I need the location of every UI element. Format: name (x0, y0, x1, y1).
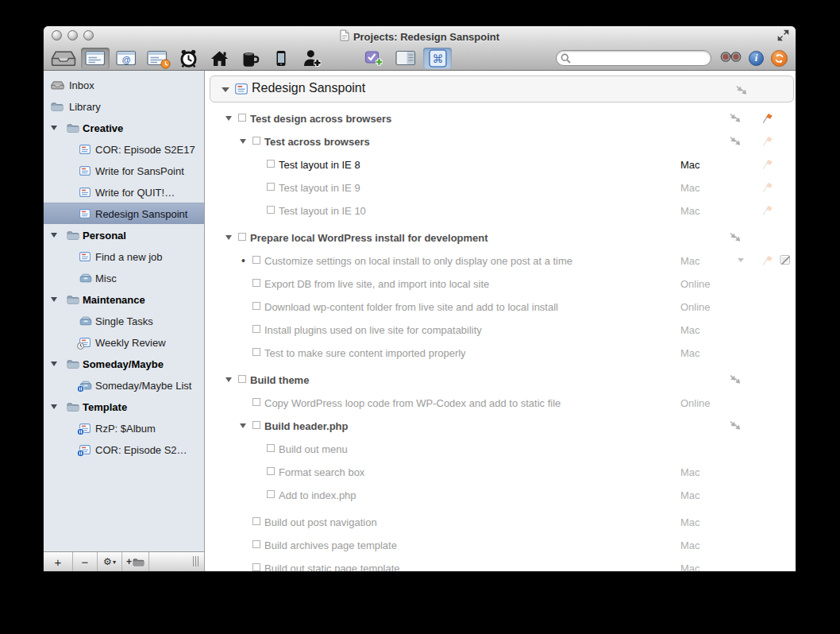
task-row[interactable]: Build out static page templateMac (205, 556, 796, 571)
perspectives-binoculars-button[interactable] (720, 51, 742, 66)
disclosure-triangle-icon[interactable] (51, 297, 57, 302)
task-checkbox[interactable] (267, 490, 275, 498)
inbox-tray-button[interactable] (48, 48, 79, 69)
disclosure-triangle-icon[interactable] (225, 116, 232, 121)
task-checkbox[interactable] (252, 421, 260, 429)
disclosure-triangle-icon[interactable] (222, 87, 229, 92)
disclosure-triangle-icon[interactable] (225, 235, 232, 240)
task-checkbox[interactable] (252, 563, 260, 571)
sidebar-item-maintenance[interactable]: Maintenance (44, 288, 204, 310)
alarm-clock-button[interactable] (174, 48, 202, 69)
task-checkbox[interactable] (252, 302, 260, 310)
task-checkbox[interactable] (252, 279, 260, 287)
task-row[interactable]: Prepare local WordPress install for deve… (205, 226, 796, 249)
task-row[interactable]: Download wp-content folder from live sit… (205, 295, 796, 318)
disclosure-triangle-icon[interactable] (51, 126, 57, 130)
task-row[interactable]: Test layout in IE 9Mac (205, 176, 796, 199)
task-checkbox[interactable] (267, 467, 275, 475)
task-row[interactable]: Copy WordPress loop code from WP-Codex a… (205, 391, 796, 414)
task-checkbox[interactable] (267, 160, 275, 168)
task-checkbox[interactable] (252, 398, 260, 406)
task-row[interactable]: Build out post navigationMac (205, 510, 796, 533)
info-button[interactable]: i (749, 51, 764, 66)
sidebar-item-redesign-sanspoint[interactable]: Redesign Sanspoint (44, 203, 204, 224)
sidebar-item-inbox[interactable]: Inbox (44, 74, 204, 95)
sidebar-item-rzp-album[interactable]: RzP: $Album (44, 417, 204, 439)
task-checkbox[interactable] (267, 206, 275, 214)
add-item-button[interactable]: + (44, 552, 73, 571)
shortcut-grid-button[interactable]: ⌘ (423, 48, 452, 69)
task-checkbox[interactable] (252, 517, 260, 525)
sidebar-item-cor-episode-s2[interactable]: COR: Episode S2… (44, 439, 204, 460)
sidebar-item-single-tasks[interactable]: Single Tasks (44, 310, 204, 331)
add-folder-button[interactable]: + (122, 552, 149, 571)
home-button[interactable] (205, 48, 233, 69)
sidebar-item-write-for-sanspoint[interactable]: Write for SansPoint (44, 160, 204, 181)
task-row[interactable]: Build archives page templateMac (205, 533, 796, 556)
sidebar-item-misc[interactable]: Misc (44, 267, 204, 288)
task-row[interactable]: Build theme (205, 368, 796, 391)
person-add-button[interactable] (298, 48, 326, 69)
task-checkbox[interactable] (267, 444, 275, 452)
sidebar-resize-grip[interactable] (193, 556, 198, 566)
fullscreen-button[interactable] (777, 29, 790, 42)
task-row[interactable]: Test layout in IE 8Mac (205, 153, 796, 176)
flag-icon[interactable] (761, 112, 773, 124)
sidebar-item-someday-maybe-list[interactable]: Someday/Maybe List (44, 374, 204, 396)
task-checkbox[interactable] (252, 256, 260, 264)
contexts-button[interactable]: @ (112, 48, 141, 69)
sidebar-item-weekly-review[interactable]: Weekly Review (44, 331, 204, 353)
task-checkbox[interactable] (238, 114, 246, 122)
task-checkbox[interactable] (252, 325, 260, 333)
inspector-button[interactable] (391, 48, 420, 69)
sidebar-item-cor-episode-s2e17[interactable]: COR: Episode S2E17 (44, 138, 204, 160)
task-row[interactable]: Add to index.phpMac (205, 483, 796, 506)
task-row[interactable]: Test design across browsers (205, 106, 796, 130)
disclosure-triangle-icon[interactable] (51, 361, 57, 366)
sidebar-item-library[interactable]: Library (44, 95, 204, 117)
note-icon[interactable] (780, 254, 791, 265)
search-input[interactable] (556, 50, 711, 66)
sync-button[interactable] (771, 50, 788, 67)
task-checkbox[interactable] (267, 183, 275, 191)
task-row[interactable]: Format search boxMac (205, 460, 796, 483)
disclosure-triangle-icon[interactable] (225, 377, 232, 382)
disclosure-triangle-icon[interactable] (240, 139, 246, 144)
task-row[interactable]: Build header.php (205, 414, 796, 437)
disclosure-triangle-icon[interactable] (51, 233, 57, 238)
task-checkbox[interactable] (252, 348, 260, 356)
remove-item-button[interactable]: − (73, 552, 98, 571)
task-row[interactable]: Test layout in IE 10Mac (205, 199, 796, 222)
task-checkbox[interactable] (238, 375, 246, 383)
sidebar-item-someday-maybe[interactable]: Someday/Maybe (44, 353, 204, 374)
task-row[interactable]: Test across browsers (205, 130, 796, 153)
task-checkbox[interactable] (252, 540, 260, 548)
sidebar-item-write-for-quit[interactable]: Write for QUIT!… (44, 181, 204, 203)
context-dropdown-icon[interactable] (738, 258, 744, 262)
disclosure-triangle-icon[interactable] (240, 423, 246, 428)
sidebar-item-template[interactable]: Template (44, 396, 204, 417)
sidebar-item-creative[interactable]: Creative (44, 117, 204, 138)
flag-icon[interactable] (761, 181, 773, 193)
sidebar-item-find-a-new-job[interactable]: Find a new job (44, 245, 204, 267)
flag-icon[interactable] (761, 204, 773, 216)
due-clock-button[interactable] (143, 48, 171, 69)
disclosure-triangle-icon[interactable] (51, 404, 57, 409)
projects-button[interactable] (81, 48, 110, 69)
flag-icon[interactable] (761, 158, 773, 170)
phone-button[interactable] (267, 48, 295, 69)
flag-icon[interactable] (761, 254, 773, 266)
coffee-mug-button[interactable] (236, 48, 264, 69)
task-row[interactable]: Install plugins used on live site for co… (205, 318, 796, 341)
task-row[interactable]: Test to make sure content imported prope… (205, 341, 796, 364)
task-row[interactable]: •Customize settings on local install to … (205, 249, 796, 272)
action-menu-button[interactable]: ⚙▾ (98, 552, 122, 571)
sidebar-item-personal[interactable]: Personal (44, 224, 204, 245)
task-row[interactable]: Export DB from live site, and import int… (205, 272, 796, 295)
task-checkbox[interactable] (238, 233, 246, 241)
task-checkbox[interactable] (252, 137, 260, 145)
task-row[interactable]: Build out menu (205, 437, 796, 460)
project-header[interactable]: Redesign Sanspoint (210, 75, 794, 102)
flag-icon[interactable] (761, 135, 773, 147)
add-action-button[interactable] (360, 48, 388, 69)
